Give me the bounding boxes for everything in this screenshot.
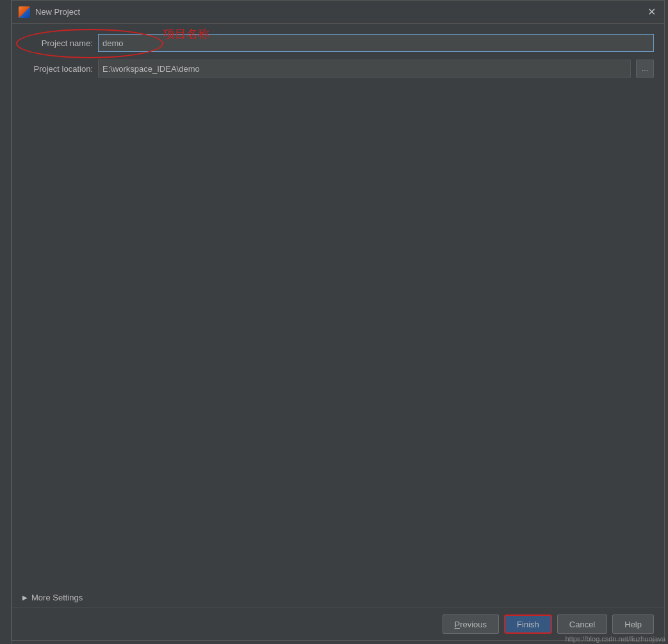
more-settings-label: More Settings [31,593,83,602]
project-location-label: Project location: [22,64,93,74]
help-button[interactable]: Help [612,615,654,634]
project-name-label: Project name: [22,38,93,48]
cancel-button[interactable]: Cancel [557,615,607,634]
project-name-row: 项目名称 Project name: [22,34,654,52]
previous-label: Previous [455,620,487,629]
intellij-icon [19,6,30,18]
project-location-input[interactable] [98,60,631,78]
previous-button[interactable]: Previous [443,615,500,634]
more-settings-arrow: ▶ [22,594,28,601]
cancel-label: Cancel [569,620,595,629]
dialog-content: 项目名称 Project name: Project location: ... [12,24,664,588]
more-settings-section[interactable]: ▶ More Settings [12,588,664,607]
close-button[interactable]: ✕ [645,6,658,19]
help-label: Help [624,620,642,629]
title-bar: New Project ✕ [12,1,664,24]
dialog-title: New Project [35,7,80,17]
left-panel [0,0,12,644]
project-location-row: Project location: ... [22,60,654,78]
project-name-input[interactable] [98,34,654,52]
finish-button[interactable]: Finish [504,615,552,634]
new-project-dialog: New Project ✕ 项目名称 Project name: Project… [12,0,665,641]
main-content-area [22,85,654,577]
browse-button[interactable]: ... [636,60,654,78]
title-bar-left: New Project [19,6,80,18]
watermark: https://blog.csdn.net/liuzhuojava [565,635,665,643]
finish-label: Finish [517,620,539,629]
